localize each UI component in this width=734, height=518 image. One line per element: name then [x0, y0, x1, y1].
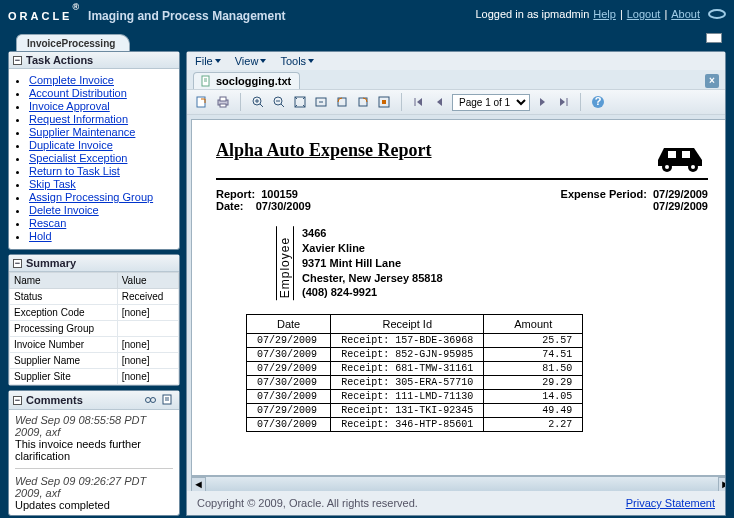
svg-point-1 — [151, 398, 156, 403]
top-bar: ORACLE® Imaging and Process Management L… — [0, 0, 734, 29]
task-link[interactable]: Complete Invoice — [29, 74, 114, 86]
task-link[interactable]: Duplicate Invoice — [29, 139, 113, 151]
rotate-left-icon[interactable] — [333, 93, 351, 111]
rotate-right-icon[interactable] — [354, 93, 372, 111]
task-link[interactable]: Specialist Exception — [29, 152, 127, 164]
summary-name: Invoice Number — [10, 337, 118, 353]
summary-value: [none] — [117, 353, 178, 369]
comments-body: Wed Sep 09 08:55:58 PDT 2009, axfThis in… — [9, 410, 179, 515]
document-page: Alpha Auto Expense Report — [192, 120, 725, 452]
employee-info: 3466 Xavier Kline 9371 Mint Hill Lane Ch… — [302, 226, 443, 300]
receipt-row: 07/30/2009Receipt: 111-LMD-7113014.05 — [247, 390, 583, 404]
about-link[interactable]: About — [671, 8, 700, 20]
app-tab-bar: InvoiceProcessing — [8, 29, 726, 51]
logout-link[interactable]: Logout — [627, 8, 661, 20]
task-link[interactable]: Hold — [29, 230, 52, 242]
oracle-logo: ORACLE® — [8, 2, 82, 25]
receipt-row: 07/30/2009Receipt: 305-ERA-5771029.29 — [247, 376, 583, 390]
sidebar: −Task Actions Complete InvoiceAccount Di… — [8, 51, 180, 516]
logged-in-label: Logged in as ipmadmin — [476, 8, 590, 20]
receipt-amount: 74.51 — [484, 348, 583, 362]
doc-tab[interactable]: soclogging.txt — [193, 72, 300, 89]
receipt-date: 07/30/2009 — [247, 390, 331, 404]
report-meta-right: Expense Period: 07/29/2009 07/29/2009 — [561, 188, 708, 212]
summary-title: Summary — [26, 257, 76, 269]
brand: ORACLE® Imaging and Process Management — [8, 2, 285, 25]
task-item: Delete Invoice — [29, 204, 175, 216]
task-link[interactable]: Assign Processing Group — [29, 191, 153, 203]
col-date: Date — [247, 315, 331, 334]
first-page-icon[interactable] — [410, 93, 428, 111]
comments-panel: −Comments Wed Sep 09 08:55:58 PDT 2009, … — [8, 390, 180, 516]
zoom-out-icon[interactable] — [270, 93, 288, 111]
employee-label: Employee — [276, 226, 294, 300]
h-scrollbar[interactable]: ◄ ► — [191, 476, 725, 491]
export-icon[interactable] — [193, 93, 211, 111]
next-page-icon[interactable] — [533, 93, 551, 111]
task-link[interactable]: Account Distribution — [29, 87, 127, 99]
comments-title: Comments — [26, 394, 83, 406]
summary-row: Supplier Name[none] — [10, 353, 179, 369]
task-link[interactable]: Delete Invoice — [29, 204, 99, 216]
receipt-date: 07/30/2009 — [247, 376, 331, 390]
inner-privacy-link[interactable]: Privacy Statement — [626, 497, 715, 509]
menu-file[interactable]: File — [195, 55, 221, 67]
viewer-toolbar: Page 1 of 1 ? — [187, 89, 725, 115]
prev-page-icon[interactable] — [431, 93, 449, 111]
summary-name: Processing Group — [10, 321, 118, 337]
receipt-date: 07/30/2009 — [247, 418, 331, 432]
task-item: Complete Invoice — [29, 74, 175, 86]
scroll-left-icon[interactable]: ◄ — [191, 477, 206, 492]
task-link[interactable]: Skip Task — [29, 178, 76, 190]
tab-invoice-processing[interactable]: InvoiceProcessing — [16, 34, 130, 51]
collapse-toggle-icon[interactable]: − — [13, 396, 22, 405]
car-icon — [652, 140, 708, 174]
top-right: Logged in as ipmadmin Help | Logout | Ab… — [476, 8, 727, 20]
task-link[interactable]: Rescan — [29, 217, 66, 229]
receipt-id: Receipt: 346-HTP-85601 — [331, 418, 484, 432]
menu-tools[interactable]: Tools — [280, 55, 314, 67]
task-link[interactable]: Request Information — [29, 113, 128, 125]
print-icon[interactable] — [214, 93, 232, 111]
summary-name: Supplier Name — [10, 353, 118, 369]
receipt-id: Receipt: 131-TKI-92345 — [331, 404, 484, 418]
receipt-row: 07/29/2009Receipt: 157-BDE-3696825.57 — [247, 334, 583, 348]
summary-value: [none] — [117, 305, 178, 321]
receipt-row: 07/29/2009Receipt: 131-TKI-9234549.49 — [247, 404, 583, 418]
menu-view[interactable]: View — [235, 55, 267, 67]
summary-value: [none] — [117, 369, 178, 385]
document-icon — [200, 75, 212, 87]
receipt-id: Receipt: 111-LMD-71130 — [331, 390, 484, 404]
task-item: Return to Task List — [29, 165, 175, 177]
last-page-icon[interactable] — [554, 93, 572, 111]
summary-row: Processing Group — [10, 321, 179, 337]
svg-point-35 — [691, 165, 695, 169]
svg-line-13 — [260, 104, 263, 107]
svg-rect-31 — [682, 151, 690, 158]
task-link[interactable]: Supplier Maintenance — [29, 126, 135, 138]
receipt-date: 07/29/2009 — [247, 404, 331, 418]
collapse-icon[interactable] — [706, 33, 722, 43]
report-title: Alpha Auto Expense Report — [216, 140, 432, 161]
help-link[interactable]: Help — [593, 8, 616, 20]
view-comments-icon[interactable] — [144, 393, 158, 407]
viewer-canvas[interactable]: Alpha Auto Expense Report — [191, 119, 725, 476]
actual-size-icon[interactable] — [375, 93, 393, 111]
task-link[interactable]: Return to Task List — [29, 165, 120, 177]
collapse-toggle-icon[interactable]: − — [13, 259, 22, 268]
fit-page-icon[interactable] — [291, 93, 309, 111]
svg-rect-11 — [220, 104, 226, 107]
summary-name: Supplier Site — [10, 369, 118, 385]
inner-footer: Copyright © 2009, Oracle. All rights res… — [187, 491, 725, 515]
page-selector[interactable]: Page 1 of 1 — [452, 94, 530, 111]
summary-col-name: Name — [10, 273, 118, 289]
scroll-right-icon[interactable]: ► — [718, 477, 725, 492]
fit-width-icon[interactable] — [312, 93, 330, 111]
inner-copyright: Copyright © 2009, Oracle. All rights res… — [197, 497, 418, 509]
collapse-toggle-icon[interactable]: − — [13, 56, 22, 65]
task-link[interactable]: Invoice Approval — [29, 100, 110, 112]
add-comment-icon[interactable] — [161, 393, 175, 407]
help-icon[interactable]: ? — [589, 93, 607, 111]
zoom-in-icon[interactable] — [249, 93, 267, 111]
close-doc-icon[interactable]: × — [705, 74, 719, 88]
